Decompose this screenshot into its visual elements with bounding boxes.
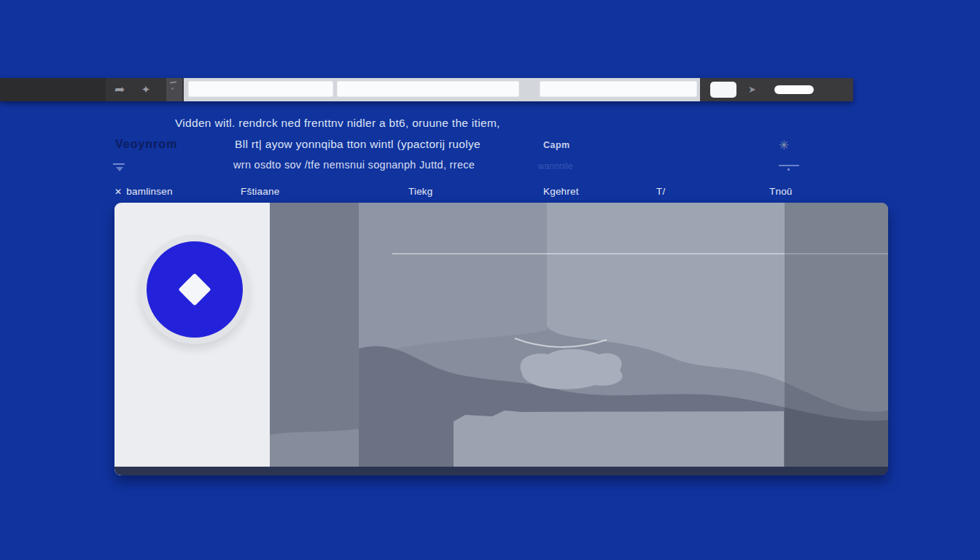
toolbar-left-segment bbox=[0, 78, 106, 101]
desktop-background: ➦ ✦ ➤ Vidden witl. rendrck ned frenttnv … bbox=[0, 0, 980, 560]
filter-dropdown-icon[interactable] bbox=[113, 162, 126, 172]
mini-dash-icon bbox=[170, 81, 176, 83]
divider-line bbox=[779, 165, 799, 166]
redo-arrow-icon[interactable]: ➦ bbox=[109, 78, 130, 101]
browser-toolbar: ➦ ✦ ➤ bbox=[0, 78, 853, 101]
nav-item-kgehret[interactable]: Kgehret bbox=[543, 186, 579, 197]
new-tab-button[interactable] bbox=[710, 82, 736, 98]
card-side-panel bbox=[114, 203, 270, 475]
nav-item-t[interactable]: T/ bbox=[656, 186, 665, 197]
address-segment-2[interactable] bbox=[337, 81, 519, 97]
close-icon[interactable]: ✕ bbox=[114, 187, 122, 197]
asterisk-icon: ✳ bbox=[779, 138, 789, 153]
brand-watermark: Veoynrom bbox=[115, 138, 177, 151]
send-icon[interactable]: ➤ bbox=[748, 78, 756, 101]
diamond-icon bbox=[178, 273, 211, 306]
brand-logo-circle[interactable] bbox=[147, 241, 243, 338]
nav-item-bamlinsen[interactable]: ✕bamlinsen bbox=[114, 186, 173, 197]
content-card bbox=[114, 203, 888, 475]
divider-line-icon bbox=[779, 165, 801, 172]
header-caption-faint: wannnile bbox=[538, 161, 572, 171]
toolbar-mini-segment[interactable] bbox=[166, 78, 182, 101]
card-footer-bar bbox=[114, 467, 888, 475]
nav-item-tnou[interactable]: Tnoû bbox=[769, 186, 793, 197]
address-bar[interactable] bbox=[184, 78, 700, 101]
header-caption-right: Capm bbox=[543, 140, 570, 150]
header-line-2: Bll rt| ayow yonnqiba tton wintl (ypacto… bbox=[235, 138, 481, 151]
header-line-1: Vidden witl. rendrck ned frenttnv nidler… bbox=[175, 117, 500, 130]
nav-item-fstiaane[interactable]: Fštiaane bbox=[241, 186, 279, 197]
mini-dot-icon bbox=[171, 88, 174, 90]
sparkle-icon[interactable]: ✦ bbox=[137, 78, 155, 101]
preview-image[interactable] bbox=[270, 203, 888, 467]
pill-button[interactable] bbox=[774, 85, 814, 94]
address-segment-1[interactable] bbox=[188, 81, 333, 97]
nav-label: bamlinsen bbox=[126, 186, 172, 197]
filter-bar bbox=[113, 163, 125, 165]
nav-item-tiekg[interactable]: Tiekg bbox=[408, 186, 433, 197]
divider-dot bbox=[788, 168, 790, 171]
chevron-down-icon bbox=[116, 167, 123, 171]
address-segment-3[interactable] bbox=[540, 81, 697, 97]
logo-halo bbox=[140, 235, 249, 344]
toolbar-right-segment: ➤ bbox=[700, 78, 853, 101]
header-line-3: wrn osdto sov /tfe nemsnui sognanph Jutt… bbox=[233, 159, 475, 171]
